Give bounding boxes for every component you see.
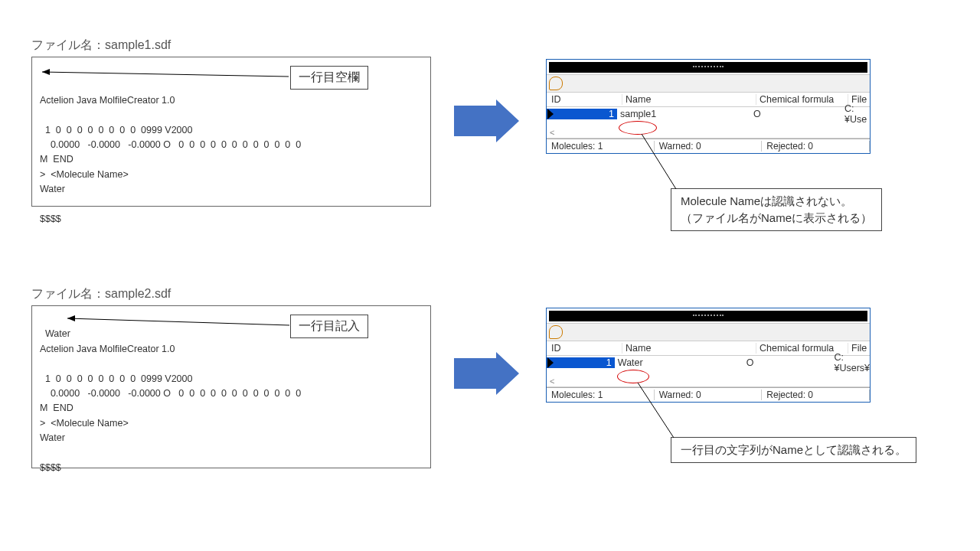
status-bar: Molecules: 1 Warned: 0 Rejected: 0 — [547, 139, 870, 153]
search-icon[interactable] — [549, 77, 563, 90]
row-marker-icon — [547, 109, 554, 119]
note-box-2: 一行目の文字列がNameとして認識される。 — [671, 437, 916, 463]
status-molecules: Molecules: 1 — [547, 390, 655, 400]
status-warned: Warned: 0 — [655, 141, 763, 152]
table-header: ID Name Chemical formula File — [547, 341, 870, 356]
code-box-1: Actelion Java MolfileCreator 1.0 1 0 0 0… — [31, 57, 431, 207]
code-text-2: Water Actelion Java MolfileCreator 1.0 1… — [40, 328, 301, 472]
cell-name: Water — [615, 357, 743, 368]
table-row[interactable]: 1 Water O C:¥Users¥ — [547, 356, 870, 370]
status-bar: Molecules: 1 Warned: 0 Rejected: 0 — [547, 387, 870, 402]
table-row[interactable]: 1 sample1 O C:¥Use — [547, 107, 870, 121]
file-label-1: ファイル名：sample1.sdf — [31, 37, 171, 54]
annot-blank-firstline: 一行目空欄 — [290, 66, 368, 90]
window-titlebar — [549, 311, 867, 321]
col-id[interactable]: ID — [547, 343, 622, 354]
status-rejected: Rejected: 0 — [762, 390, 870, 400]
toolbar — [547, 74, 870, 93]
search-icon[interactable] — [549, 325, 563, 339]
cell-chem: O — [743, 357, 831, 368]
note-box-1: Molecule Nameは認識されない。 （ファイル名がNameに表示される） — [671, 188, 882, 231]
code-text-1: Actelion Java MolfileCreator 1.0 1 0 0 0… — [40, 95, 301, 224]
code-box-2: Water Actelion Java MolfileCreator 1.0 1… — [31, 305, 431, 468]
annot-filled-firstline: 一行目記入 — [290, 315, 368, 338]
window-titlebar — [549, 62, 867, 73]
cell-id: 1 — [547, 357, 615, 368]
result-table-1: ID Name Chemical formula File 1 sample1 … — [546, 59, 871, 154]
row-marker-icon — [547, 357, 554, 368]
cell-name: sample1 — [617, 109, 750, 119]
cell-id: 1 — [547, 109, 617, 119]
status-molecules: Molecules: 1 — [547, 141, 655, 152]
result-table-2: ID Name Chemical formula File 1 Water O … — [546, 308, 871, 403]
col-chem[interactable]: Chemical formula — [756, 94, 848, 105]
status-warned: Warned: 0 — [655, 390, 763, 400]
table-header: ID Name Chemical formula File — [547, 93, 870, 107]
toolbar — [547, 323, 870, 341]
col-name[interactable]: Name — [622, 343, 756, 354]
col-name[interactable]: Name — [622, 94, 756, 105]
col-id[interactable]: ID — [547, 94, 622, 105]
status-rejected: Rejected: 0 — [762, 141, 870, 152]
cell-chem: O — [750, 109, 841, 119]
file-label-2: ファイル名：sample2.sdf — [31, 286, 171, 302]
